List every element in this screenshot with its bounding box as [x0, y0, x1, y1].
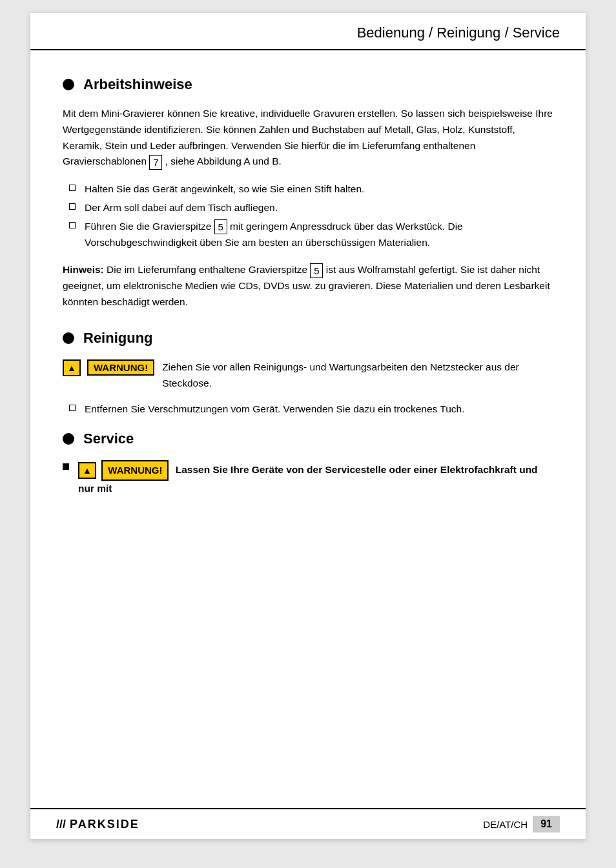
warnung-triangle-icon: ▲	[63, 359, 81, 376]
page-header: Bedienung / Reinigung / Service	[30, 13, 586, 50]
service-list: ▲ WARNUNG! Lassen Sie Ihre Geräte von de…	[63, 460, 553, 497]
warnung-label: WARNUNG!	[87, 359, 154, 376]
list-item: Der Arm soll dabei auf dem Tisch auflieg…	[69, 200, 553, 216]
service-warnung-label: WARNUNG!	[101, 460, 169, 481]
square-bullet-icon	[69, 185, 76, 191]
warnung-triangle-icon: ▲	[78, 462, 96, 479]
service-list-item: ▲ WARNUNG! Lassen Sie Ihre Geräte von de…	[63, 460, 553, 497]
logo-slashes: ///	[56, 818, 66, 831]
reinigung-warnung: ▲ WARNUNG! Ziehen Sie vor allen Reinigun…	[63, 359, 553, 392]
list-item: Halten Sie das Gerät angewinkelt, so wie…	[69, 181, 553, 197]
footer-locale: DE/AT/CH	[483, 819, 528, 830]
list-item: Entfernen Sie Verschmutzungen vom Gerät.…	[69, 401, 553, 418]
section-service-heading: Service	[63, 430, 553, 447]
page-content: Arbeitshinweise Mit dem Mini-Gravierer k…	[30, 50, 586, 528]
hinweis-label: Hinweis:	[63, 264, 104, 275]
logo-text: PARKSIDE	[70, 818, 139, 831]
warnung-text: Ziehen Sie vor allen Reinigungs- und War…	[162, 359, 553, 392]
schablonen-number: 7	[149, 155, 162, 170]
section-arbeitshinweise-heading: Arbeitshinweise	[63, 76, 553, 93]
bullet-circle-icon	[63, 332, 74, 344]
hinweis-block: Hinweis: Die im Lieferumfang enthaltene …	[63, 262, 553, 310]
footer-page-number: 91	[533, 816, 560, 833]
list-item-text: Halten Sie das Gerät angewinkelt, so wie…	[85, 181, 364, 197]
page: Bedienung / Reinigung / Service Arbeitsh…	[30, 13, 586, 839]
square-bullet-icon	[69, 203, 76, 210]
filled-bullet-icon	[63, 463, 69, 470]
arbeitshinweise-list: Halten Sie das Gerät angewinkelt, so wie…	[63, 181, 553, 250]
reinigung-list: Entfernen Sie Verschmutzungen vom Gerät.…	[63, 401, 553, 418]
header-title: Bedienung / Reinigung / Service	[357, 25, 560, 41]
footer-right: DE/AT/CH 91	[483, 816, 560, 833]
list-item: Führen Sie die Gravierspitze 5 mit gerin…	[69, 219, 553, 251]
reinigung-title: Reinigung	[83, 330, 153, 347]
bullet-circle-icon	[63, 79, 74, 90]
parkside-logo: /// PARKSIDE	[56, 818, 139, 831]
warnung-inline: ▲ WARNUNG! Ziehen Sie vor allen Reinigun…	[63, 359, 553, 392]
service-title: Service	[83, 430, 134, 447]
list-item-text: Führen Sie die Gravierspitze 5 mit gerin…	[85, 219, 553, 251]
list-item-text: Der Arm soll dabei auf dem Tisch auflieg…	[85, 200, 278, 216]
arbeitshinweise-title: Arbeitshinweise	[83, 76, 192, 93]
gravierspitze-number: 5	[214, 219, 227, 234]
arbeitshinweise-intro: Mit dem Mini-Gravierer können Sie kreati…	[63, 106, 553, 170]
section-reinigung-heading: Reinigung	[63, 330, 553, 347]
bullet-circle-icon	[63, 433, 74, 445]
service-warnung-text: ▲ WARNUNG! Lassen Sie Ihre Geräte von de…	[78, 460, 553, 497]
square-bullet-icon	[69, 405, 76, 411]
square-bullet-icon	[69, 222, 76, 228]
hinweis-number: 5	[310, 263, 323, 278]
list-item-text: Entfernen Sie Verschmutzungen vom Gerät.…	[85, 401, 464, 418]
page-footer: /// PARKSIDE DE/AT/CH 91	[30, 808, 586, 839]
